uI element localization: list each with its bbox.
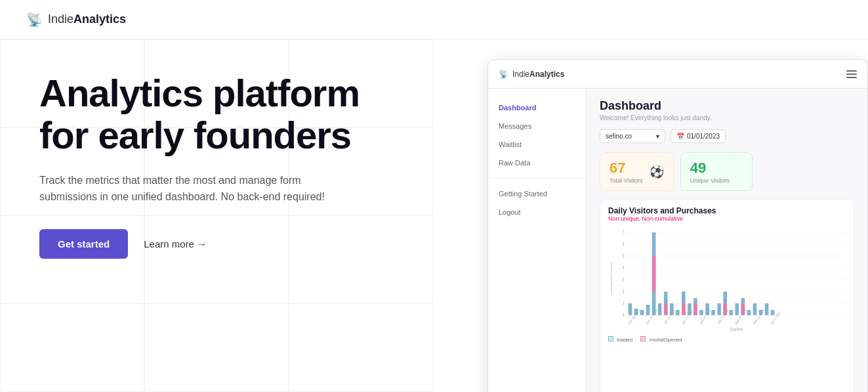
svg-rect-41 bbox=[717, 303, 721, 315]
date-value: 01/01/2023 bbox=[687, 133, 720, 140]
svg-rect-53 bbox=[682, 303, 686, 315]
sidebar-item-messages[interactable]: Messages bbox=[488, 118, 586, 135]
stat-info: 67 Total Visitors bbox=[610, 160, 643, 184]
sidebar-item-waitlist[interactable]: Waitlist bbox=[488, 136, 586, 153]
sidebar-item-logout[interactable]: Logout bbox=[488, 204, 586, 221]
app-logo-icon: 📡 bbox=[499, 70, 508, 79]
svg-rect-46 bbox=[747, 310, 751, 315]
sidebar-item-getting-started[interactable]: Getting Started bbox=[488, 185, 586, 202]
domain-select[interactable]: sefino.co ▾ bbox=[600, 129, 665, 143]
chart-svg: 0 1 2 3 4 5 6 7 cumulative Counts bbox=[608, 226, 846, 331]
learn-more-link[interactable]: Learn more → bbox=[144, 238, 207, 250]
svg-rect-40 bbox=[711, 310, 715, 315]
svg-rect-47 bbox=[753, 303, 757, 315]
svg-text:5: 5 bbox=[623, 253, 625, 258]
app-logo-text: IndieAnalytics bbox=[512, 70, 564, 79]
domain-select-value: sefino.co bbox=[606, 133, 632, 140]
svg-rect-49 bbox=[765, 303, 769, 315]
app-logo: 📡 IndieAnalytics bbox=[499, 70, 564, 79]
sidebar-divider bbox=[488, 178, 586, 179]
logo-text-light: Indie bbox=[48, 12, 73, 26]
sidebar-item-dashboard[interactable]: Dashboard bbox=[488, 99, 586, 116]
dashboard-title-area: Dashboard Welcome! Everything looks just… bbox=[600, 99, 712, 121]
svg-text:4: 4 bbox=[623, 265, 625, 270]
app-main-subtitle: Welcome! Everything looks just dandy. bbox=[600, 114, 712, 121]
app-main: Dashboard Welcome! Everything looks just… bbox=[587, 89, 867, 392]
svg-rect-51 bbox=[652, 256, 656, 292]
hamburger-line-1 bbox=[846, 70, 857, 72]
dashboard-preview: 📡 IndieAnalytics Dashboard Messages bbox=[433, 39, 868, 392]
legend-loaded-dot bbox=[608, 336, 613, 341]
svg-text:0: 0 bbox=[623, 313, 625, 317]
sidebar-item-rawdata[interactable]: Raw Data bbox=[488, 154, 586, 171]
chart-title: Daily Visitors and Purchases bbox=[608, 206, 846, 215]
get-started-button[interactable]: Get started bbox=[39, 229, 128, 259]
svg-rect-31 bbox=[658, 303, 662, 315]
svg-rect-29 bbox=[646, 305, 650, 315]
logo-text: IndieAnalytics bbox=[48, 12, 126, 26]
hero-section: Analytics platform for early founders Tr… bbox=[0, 39, 433, 392]
hero-subtitle: Track the metrics that matter the most a… bbox=[39, 172, 354, 206]
calendar-icon: 📅 bbox=[676, 133, 684, 140]
svg-text:1: 1 bbox=[623, 301, 625, 305]
svg-rect-34 bbox=[676, 310, 680, 315]
unique-visitors-value: 49 bbox=[690, 160, 730, 177]
svg-text:2: 2 bbox=[623, 289, 625, 294]
stats-row: 67 Total Visitors ⚽ 49 Unique Visitors bbox=[587, 148, 867, 195]
hamburger-icon[interactable] bbox=[846, 70, 857, 78]
page-header: 📡 IndieAnalytics bbox=[0, 0, 868, 39]
svg-rect-54 bbox=[693, 303, 697, 315]
chart-legend: loaded modalOpened bbox=[608, 336, 846, 343]
total-visitors-label: Total Visitors bbox=[610, 177, 643, 184]
svg-rect-38 bbox=[699, 310, 703, 315]
app-window: 📡 IndieAnalytics Dashboard Messages bbox=[487, 59, 868, 392]
hamburger-line-2 bbox=[846, 74, 857, 75]
app-main-title: Dashboard bbox=[600, 99, 712, 113]
app-toolbar: sefino.co ▾ 📅 01/01/2023 bbox=[587, 127, 867, 148]
legend-modal-opened: modalOpened bbox=[640, 336, 682, 343]
unique-stat-info: 49 Unique Visitors bbox=[690, 160, 730, 184]
app-topbar: 📡 IndieAnalytics bbox=[488, 60, 867, 89]
logo-icon: 📡 bbox=[26, 12, 43, 28]
app-sidebar: Dashboard Messages Waitlist Raw Data Get… bbox=[488, 89, 587, 392]
unique-visitors-label: Unique Visitors bbox=[690, 177, 730, 184]
app-body: Dashboard Messages Waitlist Raw Data Get… bbox=[488, 89, 867, 392]
svg-rect-44 bbox=[735, 303, 739, 315]
svg-rect-26 bbox=[629, 303, 632, 315]
chart-subtitle: Non-unique, Non-cumulative bbox=[608, 215, 846, 222]
svg-text:7: 7 bbox=[623, 230, 625, 234]
main-layout: Analytics platform for early founders Tr… bbox=[0, 39, 868, 392]
hero-title: Analytics platform for early founders bbox=[39, 72, 407, 156]
unique-visitors-card: 49 Unique Visitors bbox=[680, 152, 753, 191]
date-picker[interactable]: 📅 01/01/2023 bbox=[671, 129, 726, 143]
svg-rect-43 bbox=[729, 310, 733, 315]
svg-text:6: 6 bbox=[623, 242, 625, 246]
chevron-down-icon: ▾ bbox=[656, 133, 659, 140]
app-main-header: Dashboard Welcome! Everything looks just… bbox=[587, 89, 867, 127]
hamburger-line-3 bbox=[846, 77, 857, 78]
legend-loaded: loaded bbox=[608, 336, 632, 343]
hero-content: Analytics platform for early founders Tr… bbox=[39, 72, 407, 259]
total-visitors-card: 67 Total Visitors ⚽ bbox=[600, 152, 674, 191]
svg-rect-28 bbox=[640, 310, 644, 315]
chart-container: Daily Visitors and Purchases Non-unique,… bbox=[600, 199, 854, 392]
svg-text:Datetime: Datetime bbox=[730, 327, 743, 331]
total-visitors-value: 67 bbox=[610, 160, 643, 177]
logo-text-bold: Analytics bbox=[73, 12, 126, 26]
svg-text:3: 3 bbox=[623, 277, 625, 282]
visitors-icon: ⚽ bbox=[650, 165, 664, 179]
svg-text:cumulative Counts: cumulative Counts bbox=[610, 262, 613, 295]
svg-rect-50 bbox=[771, 310, 775, 315]
cta-row: Get started Learn more → bbox=[39, 229, 407, 259]
svg-rect-52 bbox=[664, 303, 668, 315]
legend-modal-dot bbox=[640, 336, 646, 341]
logo: 📡 IndieAnalytics bbox=[26, 12, 126, 28]
